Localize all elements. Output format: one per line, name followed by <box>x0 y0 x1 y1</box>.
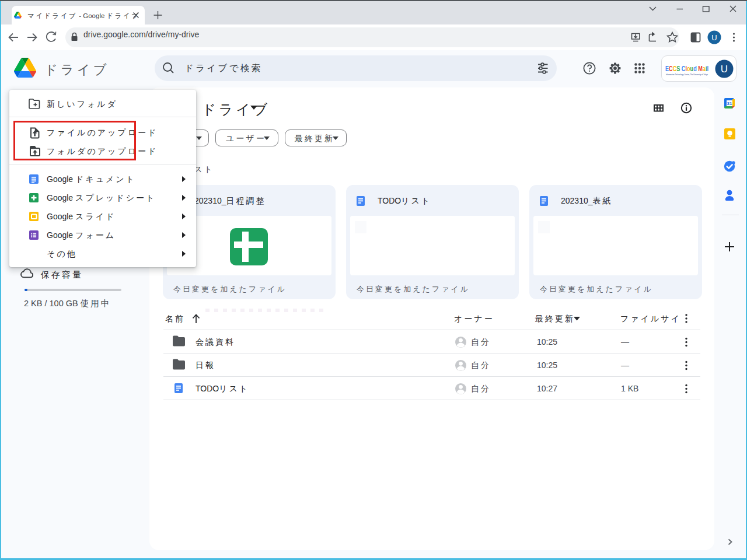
svg-text:U: U <box>721 64 728 75</box>
svg-text:Information Technology Center,: Information Technology Center, The Unive… <box>666 74 708 76</box>
svg-text:ECCS Cloud Mail: ECCS Cloud Mail <box>665 64 708 73</box>
svg-text:31: 31 <box>727 101 732 106</box>
svg-text:U: U <box>711 33 717 42</box>
